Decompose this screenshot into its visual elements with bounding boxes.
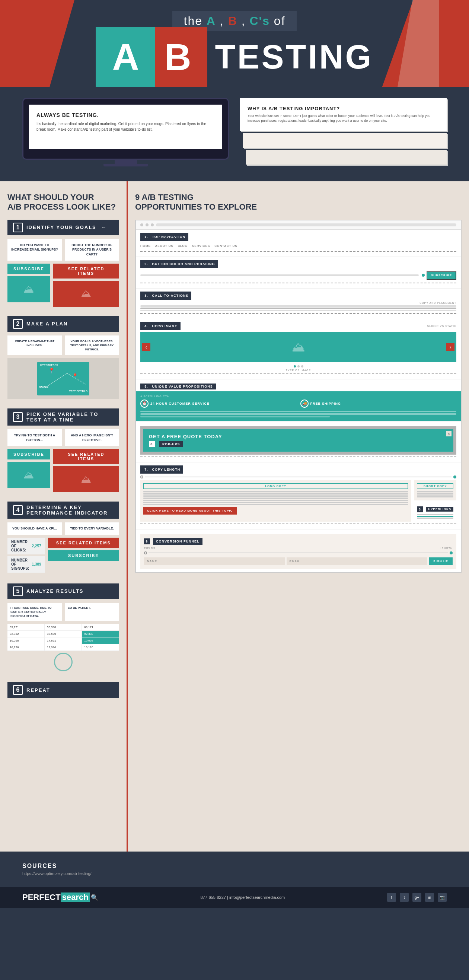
google-plus-icon[interactable]: g+ xyxy=(412,893,421,902)
sources-title: SOURCES xyxy=(22,863,447,869)
step-5-header: 5 ANALYZE RESULTS xyxy=(8,584,119,599)
step-5-label: ANALYZE RESULTS xyxy=(26,588,84,594)
hyp-line-2 xyxy=(417,517,453,519)
hero-image-area: ⛰ ‹ › xyxy=(140,332,456,362)
nav-contact: CONTACT US xyxy=(215,244,237,248)
table-cell-1-3: 69,171 xyxy=(82,624,119,630)
funnel-email-input[interactable] xyxy=(287,557,427,565)
long-line-3 xyxy=(143,495,408,496)
mountain-icon-1: ⛰ xyxy=(24,283,34,295)
funnel-fields-label: FIELDS xyxy=(144,547,156,550)
funnel-sublabels: FIELDS LENGTH xyxy=(144,547,453,550)
site-section-cta: 3. CALL-TO-ACTIONS COPY AND PLACEMENT xyxy=(136,289,461,319)
placeholder-line xyxy=(140,274,419,276)
step-3-area1: SUBSCRIBE ⛰ xyxy=(8,449,50,492)
twitter-icon[interactable]: t xyxy=(400,893,409,902)
copy-length-comparison: LONG COPY CLICK HERE TO READ MORE ABOUT … xyxy=(140,480,456,522)
slider-arrow-right[interactable]: › xyxy=(446,343,455,351)
uvp-copy-lines xyxy=(140,411,456,417)
table-row-2: 92,332 38,595 92,332 xyxy=(8,631,119,638)
funnel-dot-right xyxy=(450,551,453,554)
cta-section-title-row: 3. CALL-TO-ACTIONS xyxy=(140,291,456,300)
browser-url-bar xyxy=(156,223,456,226)
circle-icon xyxy=(54,653,73,671)
hyperlinks-title-row: 8. HYPERLINKS xyxy=(417,506,453,512)
uvp-feature-2: 🚚 FREE SHIPPING xyxy=(300,399,457,408)
instagram-icon[interactable]: 📷 xyxy=(438,893,447,902)
mountain-icon-3: ⛰ xyxy=(24,469,34,481)
mockup-red-1: ⛰ xyxy=(53,281,119,307)
subscribe-btn-site[interactable]: SUBSCRIBE xyxy=(426,271,456,280)
click-here-btn[interactable]: CLICK HERE TO READ MORE ABOUT THIS TOPIC xyxy=(143,507,237,515)
uvp-icon-1: ⏰ xyxy=(140,399,148,408)
divider-7 xyxy=(140,523,456,524)
paper-card-3 xyxy=(246,150,447,165)
nav-about: ABOUT US xyxy=(155,244,173,248)
table-cell-4-2: 12,096 xyxy=(45,644,82,651)
step-3-col2: AND A HERO IMAGE ISN'T EFFECTIVE. xyxy=(65,429,119,446)
paper-card-2 xyxy=(243,133,447,148)
hyp-line-1 xyxy=(417,514,453,515)
subscribe-btn-1[interactable]: SUBSCRIBE xyxy=(8,264,50,274)
step-5-col2: SO BE PATIENT. xyxy=(65,603,119,621)
funnel-title-row: 9. CONVERSION FUNNEL xyxy=(144,538,453,545)
uvp-scrolling-cta: A SCROLLING CTA xyxy=(140,395,456,398)
laptop-container: ALWAYS BE TESTING. It's basically the ca… xyxy=(22,98,229,166)
title-the: the xyxy=(183,14,206,27)
right-column: 9 A/B TESTING OPPORTUNITIES TO EXPLORE 1… xyxy=(128,181,469,851)
step-5-number: 5 xyxy=(13,586,23,596)
uvp-features-area: A SCROLLING CTA ⏰ 24 HOUR CUSTOMER SERVI… xyxy=(136,391,461,421)
subscribe-btn-3[interactable]: SUBSCRIBE xyxy=(8,449,50,460)
step-4-btn-area: SEE RELATED ITEMS SUBSCRIBE xyxy=(48,538,119,574)
facebook-icon[interactable]: f xyxy=(387,893,396,902)
step-3-number: 3 xyxy=(13,412,23,422)
copy-slider-track xyxy=(145,477,452,477)
map-visual: HYPOTHESES GOALS TEST DETAILS 📍 📍 xyxy=(37,362,89,395)
copy-line-1 xyxy=(140,305,456,307)
linkedin-icon[interactable]: in xyxy=(425,893,434,902)
big-a-block: A xyxy=(95,27,155,87)
see-related-btn-1[interactable]: SEE RELATED ITEMS xyxy=(53,264,119,278)
see-related-btn-4[interactable]: SEE RELATED ITEMS xyxy=(48,538,119,548)
copy-badge: 7. xyxy=(143,466,149,473)
table-row-4: 16,126 12,096 16,126 xyxy=(8,644,119,651)
laptop-base xyxy=(103,164,148,166)
hyperlinks-box: 8. HYPERLINKS xyxy=(414,503,456,522)
sources-url: https://www.optimizely.com/ab-testing/ xyxy=(22,871,447,876)
uvp-features-list: ⏰ 24 HOUR CUSTOMER SERVICE 🚚 FREE SHIPPI… xyxy=(140,399,456,408)
long-line-7 xyxy=(143,502,408,503)
short-line-1 xyxy=(417,491,453,492)
short-copy-lines xyxy=(417,491,453,498)
popup-close-btn[interactable]: × xyxy=(446,431,452,436)
kpi-signups-value: 1,389 xyxy=(32,562,41,566)
paper-card: WHY IS A/B TESTING IMPORTANT? Your websi… xyxy=(240,98,447,131)
step-3-cols: TRYING TO TEST BOTH A BUTTON... AND A HE… xyxy=(8,429,119,446)
see-related-btn-3[interactable]: SEE RELATED ITEMS xyxy=(53,449,119,464)
analyze-data-table: 69,171 56,398 69,171 92,332 38,595 92,33… xyxy=(8,624,119,651)
funnel-signup-btn[interactable]: SIGN UP xyxy=(429,557,453,565)
uvp-header: 5. UNIQUE VALUE PROPOSITIONS xyxy=(136,379,461,390)
top-nav-links: HOME ABOUT US BLOG SERVICES CONTACT US xyxy=(140,243,456,249)
footer-bottom: PERFECT search 🔍 877-655-8227 | info@per… xyxy=(0,887,469,908)
copy-slider-dot-right xyxy=(453,476,456,479)
step-1-col1: DO YOU WANT TO INCREASE EMAIL SIGNUPS? xyxy=(8,239,62,261)
funnel-name-input[interactable] xyxy=(144,557,285,565)
funnel-form: SIGN UP xyxy=(144,557,453,565)
title-c: C's xyxy=(250,14,270,27)
uvp-feature-1: ⏰ 24 HOUR CUSTOMER SERVICE xyxy=(140,399,297,408)
logo-area: PERFECT search 🔍 xyxy=(22,892,98,902)
slider-arrow-left[interactable]: ‹ xyxy=(142,343,150,351)
step-4-kpi-area: NUMBER OF CLICKS: 2,257 NUMBER OF SIGNUP… xyxy=(8,538,45,574)
table-cell-3-3: 10,058 xyxy=(82,638,119,644)
step-2-number: 2 xyxy=(13,319,23,329)
long-copy-box: LONG COPY CLICK HERE TO READ MORE ABOUT … xyxy=(140,480,411,522)
step-1-area2: SEE RELATED ITEMS ⛰ xyxy=(53,264,119,307)
slider-dot-3 xyxy=(301,365,304,368)
uvp-badge: 5. xyxy=(143,383,149,390)
right-side-copy: SHORT COPY 8. HY xyxy=(414,480,456,522)
repeat-banner: 6 REPEAT xyxy=(8,682,119,698)
hero-type-label: TYPE OF IMAGE xyxy=(140,369,456,372)
paper-stack: WHY IS A/B TESTING IMPORTANT? Your websi… xyxy=(240,98,447,166)
copy-line-2 xyxy=(140,307,456,309)
subscribe-btn-4[interactable]: SUBSCRIBE xyxy=(48,550,119,561)
